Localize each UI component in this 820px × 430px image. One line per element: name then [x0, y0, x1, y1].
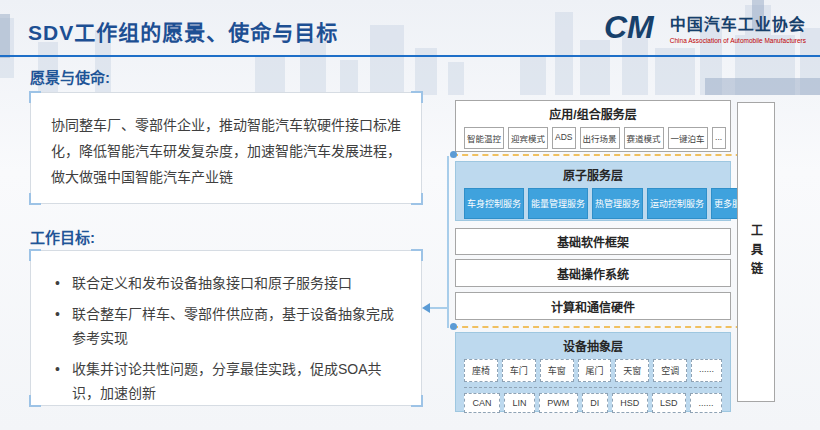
atomic-service-box: 热管理服务: [592, 188, 643, 219]
corner-decoration: [411, 249, 423, 261]
bullet-icon: •: [55, 302, 60, 351]
layer-title: 应用/组合服务层: [456, 101, 730, 122]
caam-logo-icon: CM: [604, 8, 662, 46]
vision-box: 协同整车厂、零部件企业，推动智能汽车软硬件接口标准化，降低智能汽车研发复杂度，加…: [30, 92, 422, 204]
logo-name-cn: 中国汽车工业协会: [670, 11, 806, 35]
bus-box: PWM: [539, 393, 578, 413]
connector-dot: [450, 323, 457, 330]
corner-decoration: [29, 395, 41, 407]
goal-text: 联合整车厂样车、零部件供应商，基于设备抽象完成参考实现: [72, 302, 407, 351]
connector-dot: [450, 151, 457, 158]
bus-box-more: ......: [690, 393, 722, 413]
layer-compute-hardware: 计算和通信硬件: [455, 292, 731, 320]
caam-logo: CM 中国汽车工业协会 China Association of Automob…: [604, 8, 806, 46]
corner-decoration: [411, 193, 423, 205]
device-row-2: CAN LIN PWM DI HSD LSD ......: [464, 393, 722, 413]
app-service-box: 智能温控: [464, 127, 504, 149]
goal-item: • 联合整车厂样车、零部件供应商，基于设备抽象完成参考实现: [55, 302, 407, 351]
layer-title: 原子服务层: [456, 162, 730, 183]
layer-device-abstraction: 设备抽象层 座椅 车门 车窗 尾门 天窗 空调 ...... CAN LIN P…: [455, 332, 731, 412]
goals-heading: 工作目标:: [30, 226, 95, 247]
sdv-architecture-diagram: 应用/组合服务层 智能温控 迎宾模式 ADS 出行场景 赛道模式 一键泊车 ..…: [455, 98, 731, 414]
bus-box: HSD: [612, 393, 648, 413]
goal-text: 联合定义和发布设备抽象接口和原子服务接口: [72, 271, 352, 296]
device-box-more: ......: [691, 359, 722, 382]
device-box: 座椅: [464, 359, 498, 382]
app-service-row: 智能温控 迎宾模式 ADS 出行场景 赛道模式 一键泊车 ...: [464, 127, 722, 149]
bus-box: CAN: [464, 393, 500, 413]
dashed-highlight-line-bottom: [452, 326, 762, 328]
device-box: 车窗: [540, 359, 574, 382]
logo-name-en: China Association of Automobile Manufact…: [670, 37, 806, 44]
bullet-icon: •: [55, 271, 60, 296]
layer-application-services: 应用/组合服务层 智能温控 迎宾模式 ADS 出行场景 赛道模式 一键泊车 ..…: [455, 100, 731, 152]
corner-decoration: [411, 91, 423, 103]
svg-text:CM: CM: [604, 9, 655, 45]
atomic-service-box: 运动控制服务: [647, 188, 707, 219]
corner-decoration: [29, 249, 41, 261]
app-service-box: 出行场景: [580, 127, 620, 149]
atomic-service-box: 能量管理服务: [528, 188, 588, 219]
goal-text: 收集并讨论共性问题，分享最佳实践，促成SOA共识，加速创新: [72, 357, 407, 406]
device-box: 车门: [502, 359, 536, 382]
device-box: 天窗: [615, 359, 649, 382]
device-box: 空调: [653, 359, 687, 382]
app-service-box: 赛道模式: [624, 127, 664, 149]
goals-list: • 联合定义和发布设备抽象接口和原子服务接口 • 联合整车厂样车、零部件供应商，…: [31, 251, 421, 406]
app-service-box: 一键泊车: [668, 127, 708, 149]
device-box: 尾门: [578, 359, 612, 382]
layer-operating-system: 基础操作系统: [455, 259, 731, 287]
device-row-1: 座椅 车门 车窗 尾门 天窗 空调 ......: [464, 359, 722, 382]
goals-box: • 联合定义和发布设备抽象接口和原子服务接口 • 联合整车厂样车、零部件供应商，…: [30, 250, 422, 406]
app-service-box: ADS: [552, 127, 575, 149]
page-title: SDV工作组的愿景、使命与目标: [28, 16, 338, 46]
atomic-service-row: 车身控制服务 能量管理服务 热管理服务 运动控制服务 更多服务: [464, 188, 722, 219]
vision-text: 协同整车厂、零部件企业，推动智能汽车软硬件接口标准化，降低智能汽车研发复杂度，加…: [31, 93, 421, 191]
vision-heading: 愿景与使命:: [30, 66, 110, 87]
header-divider: [0, 55, 820, 57]
header: SDV工作组的愿景、使命与目标 CM 中国汽车工业协会 China Associ…: [0, 0, 820, 56]
layer-software-framework: 基础软件框架: [455, 228, 731, 255]
bus-box: LSD: [652, 393, 686, 413]
corner-decoration: [29, 91, 41, 103]
app-service-box-more: ...: [712, 127, 726, 149]
layer-atomic-services: 原子服务层 车身控制服务 能量管理服务 热管理服务 运动控制服务 更多服务: [455, 161, 731, 221]
bus-box: DI: [582, 393, 608, 413]
connector-arrow-icon: [422, 303, 430, 313]
bus-box: LIN: [504, 393, 535, 413]
dashed-highlight-line-top: [452, 154, 762, 156]
goal-item: • 联合定义和发布设备抽象接口和原子服务接口: [55, 271, 407, 296]
layer-title: 设备抽象层: [456, 333, 730, 354]
toolchain-box: 工具链: [737, 102, 775, 402]
caam-logo-text: 中国汽车工业协会 China Association of Automobile…: [670, 11, 806, 44]
bullet-icon: •: [55, 357, 60, 406]
app-service-box: 迎宾模式: [508, 127, 548, 149]
device-row-separator: [464, 387, 722, 388]
connector-line-horizontal: [429, 307, 448, 309]
connector-line-vertical: [447, 156, 449, 328]
corner-decoration: [29, 193, 41, 205]
corner-decoration: [411, 395, 423, 407]
presentation-slide: SDV工作组的愿景、使命与目标 CM 中国汽车工业协会 China Associ…: [0, 0, 820, 430]
goal-item: • 收集并讨论共性问题，分享最佳实践，促成SOA共识，加速创新: [55, 357, 407, 406]
toolchain-label: 工具链: [748, 224, 765, 281]
atomic-service-box: 车身控制服务: [464, 188, 524, 219]
